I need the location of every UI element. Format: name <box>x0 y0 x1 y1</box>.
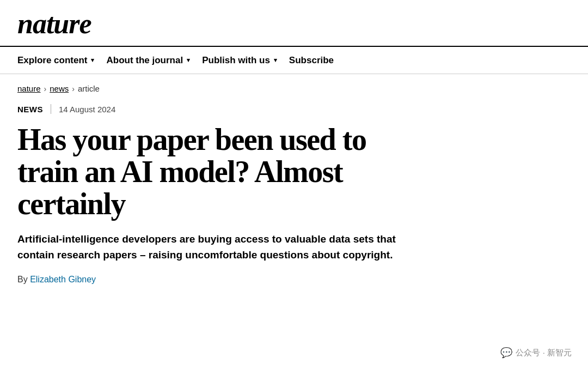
breadcrumb-separator-2: › <box>72 84 75 93</box>
nav-label-publish: Publish with us <box>202 55 270 66</box>
site-header: nature <box>0 0 588 46</box>
article-date: 14 August 2024 <box>59 105 115 114</box>
byline-prefix: By <box>17 275 28 284</box>
article-type-badge: NEWS <box>17 105 43 114</box>
wechat-icon: 💬 <box>500 347 512 359</box>
chevron-down-icon: ▾ <box>187 57 190 64</box>
meta-divider <box>51 104 51 114</box>
watermark: 💬 公众号 · 新智元 <box>500 347 572 359</box>
chevron-down-icon: ▾ <box>274 57 277 64</box>
nav-item-publish[interactable]: Publish with us ▾ <box>202 47 289 74</box>
byline: By Elizabeth Gibney <box>17 275 429 285</box>
author-link[interactable]: Elizabeth Gibney <box>30 275 96 284</box>
breadcrumb-nature-link[interactable]: nature <box>17 84 41 93</box>
article-meta: NEWS 14 August 2024 <box>17 104 429 114</box>
watermark-text: 公众号 · 新智元 <box>516 348 572 358</box>
article-main: NEWS 14 August 2024 Has your paper been … <box>0 99 446 298</box>
nav-label-subscribe: Subscribe <box>289 55 334 66</box>
site-logo[interactable]: nature <box>17 10 91 38</box>
breadcrumb-area: nature › news › article <box>0 74 588 99</box>
article-title: Has your paper been used to train an AI … <box>17 124 429 220</box>
breadcrumb-separator-1: › <box>44 84 47 93</box>
nav-item-explore-content[interactable]: Explore content ▾ <box>17 47 106 74</box>
nav-label-about-journal: About the journal <box>106 55 183 66</box>
nav-item-subscribe[interactable]: Subscribe <box>289 55 334 66</box>
article-deck: Artificial-intelligence developers are b… <box>17 232 429 263</box>
nav-item-about-journal[interactable]: About the journal ▾ <box>106 47 202 74</box>
chevron-down-icon: ▾ <box>91 57 94 64</box>
breadcrumb: nature › news › article <box>17 84 571 93</box>
breadcrumb-current: article <box>78 84 100 93</box>
main-nav: Explore content ▾ About the journal ▾ Pu… <box>0 46 588 74</box>
nav-label-explore-content: Explore content <box>17 55 87 66</box>
breadcrumb-news-link[interactable]: news <box>50 84 69 93</box>
